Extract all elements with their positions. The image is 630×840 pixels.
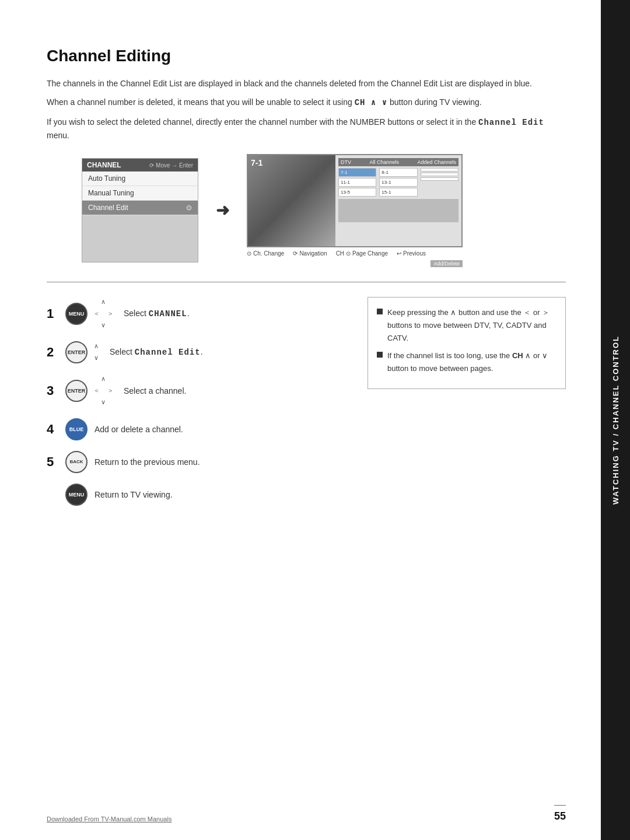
tv-ch-item xyxy=(421,173,459,176)
tv-control-navigation: ⟳ Navigation xyxy=(293,250,327,257)
nav-down-2[interactable]: ∨ xyxy=(90,353,103,363)
nav-up-3[interactable]: ∧ xyxy=(97,374,110,384)
menu-button-1[interactable]: MENU xyxy=(65,303,88,325)
step-2: 2 ENTER ∧ ∨ Select Channel Edit. xyxy=(47,341,350,363)
menu-item-auto-tuning: Auto Tuning xyxy=(82,172,198,186)
step-6: MENU Return to TV viewing. xyxy=(47,484,350,506)
tv-screen: 7-1 DTV All Channels Added Channels 7-1 xyxy=(247,154,463,247)
tip-2: If the channel list is too long, use the… xyxy=(377,349,556,375)
tv-ch-item: 11-1 xyxy=(338,178,376,187)
separator-line xyxy=(554,805,566,806)
menu-item-channel-edit: Channel Edit xyxy=(82,201,198,215)
steps-section: 1 MENU ∧ ＜ ＞ ∨ xyxy=(47,297,566,516)
nav-right-1[interactable]: ＞ xyxy=(104,309,117,319)
step-5-number: 5 xyxy=(47,454,58,470)
step-3-buttons: ENTER ∧ ＜ ＞ ∨ xyxy=(65,374,117,408)
blue-button-4[interactable]: BLUE xyxy=(65,418,88,440)
nav-cluster-2: ∧ ∨ xyxy=(90,341,103,363)
tv-ch-item: 7-1 xyxy=(338,168,376,177)
step-4-number: 4 xyxy=(47,422,58,437)
page-number: 55 xyxy=(554,810,566,822)
step-6-buttons: MENU xyxy=(65,484,88,506)
menu-item-manual-tuning: Manual Tuning xyxy=(82,186,198,201)
page-title: Channel Editing xyxy=(47,47,566,65)
step-6-text: Return to TV viewing. xyxy=(94,490,173,499)
tv-preview-label: 7-1 xyxy=(251,158,262,167)
intro-line1: The channels in the Channel Edit List ar… xyxy=(47,77,566,90)
bullet-icon-1 xyxy=(377,309,383,314)
tv-screen-area: 7-1 DTV All Channels Added Channels 7-1 xyxy=(247,154,463,267)
tip-1: Keep pressing the ∧ button and use the ＜… xyxy=(377,306,556,345)
nav-left-1[interactable]: ＜ xyxy=(90,309,103,319)
menu-title: CHANNEL xyxy=(87,161,121,169)
tv-screen-bottom xyxy=(338,199,459,222)
side-tab-text: WATCHING TV / CHANNEL CONTROL xyxy=(611,335,620,505)
steps-left: 1 MENU ∧ ＜ ＞ ∨ xyxy=(47,297,350,516)
step-1: 1 MENU ∧ ＜ ＞ ∨ xyxy=(47,297,350,331)
step-4: 4 BLUE Add or delete a channel. xyxy=(47,418,350,440)
step-1-buttons: MENU ∧ ＜ ＞ ∨ xyxy=(65,297,117,331)
step-2-number: 2 xyxy=(47,345,58,360)
step-5-buttons: BACK xyxy=(65,451,88,473)
tv-screen-inner: 7-1 DTV All Channels Added Channels 7-1 xyxy=(248,155,461,246)
nav-cluster-1: ∧ ＜ ＞ ∨ xyxy=(90,297,117,331)
menu-box: CHANNEL ⟳ Move → Enter Auto Tuning Manua… xyxy=(82,158,198,262)
tv-channel-header: DTV All Channels Added Channels xyxy=(338,158,459,166)
nav-lr-1: ＜ ＞ xyxy=(90,309,117,319)
step-2-buttons: ENTER ∧ ∨ xyxy=(65,341,103,363)
menu-header-controls: ⟳ Move → Enter xyxy=(149,162,193,169)
page-number-area: 55 xyxy=(554,805,566,822)
tv-ch-item xyxy=(421,177,459,181)
main-content: Channel Editing The channels in the Chan… xyxy=(0,0,601,840)
nav-up-1[interactable]: ∧ xyxy=(97,297,110,307)
tv-channel-rows: 7-1 11-1 13-5 8-1 13-1 15-1 xyxy=(338,168,459,197)
diagram-area: CHANNEL ⟳ Move → Enter Auto Tuning Manua… xyxy=(82,154,566,267)
nav-lr-3: ＜ ＞ xyxy=(90,386,117,396)
nav-down-1[interactable]: ∨ xyxy=(97,320,110,331)
tv-control-page-change: CH ⊙ Page Change xyxy=(336,250,388,257)
nav-left-3[interactable]: ＜ xyxy=(90,386,103,396)
menu-header: CHANNEL ⟳ Move → Enter xyxy=(82,159,198,172)
divider xyxy=(47,282,566,282)
step-3-text: Select a channel. xyxy=(124,386,186,396)
nav-arrows-1: ∧ ＜ ＞ ∨ xyxy=(90,297,117,331)
nav-down-3[interactable]: ∨ xyxy=(97,397,110,408)
step-3: 3 ENTER ∧ ＜ ＞ ∨ xyxy=(47,374,350,408)
tip-2-text: If the channel list is too long, use the… xyxy=(387,349,556,375)
nav-arrows-2: ∧ ∨ xyxy=(90,341,103,363)
back-button-5[interactable]: BACK xyxy=(65,451,88,473)
step-2-text: Select Channel Edit. xyxy=(110,347,203,357)
tips-box: Keep pressing the ∧ button and use the ＜… xyxy=(368,297,566,389)
tv-control-ch-change: ⊙ Ch. Change xyxy=(247,250,284,257)
step-1-number: 1 xyxy=(47,306,58,321)
tv-ch-item: 13-5 xyxy=(338,188,376,197)
side-tab: WATCHING TV / CHANNEL CONTROL xyxy=(601,0,630,840)
tv-preview: 7-1 xyxy=(248,155,335,246)
tip-1-text: Keep pressing the ∧ button and use the ＜… xyxy=(387,306,556,345)
step-5: 5 BACK Return to the previous menu. xyxy=(47,451,350,473)
add-delete-badge: Add/Delete xyxy=(430,260,463,267)
arrow-icon: ➜ xyxy=(216,201,229,220)
bullet-icon-2 xyxy=(377,352,383,358)
intro-line3: If you wish to select the deleted channe… xyxy=(47,116,566,142)
enter-button-2[interactable]: ENTER xyxy=(65,341,88,363)
nav-arrows-3: ∧ ＜ ＞ ∨ xyxy=(90,374,117,408)
tv-channel-col1: 7-1 11-1 13-5 xyxy=(338,168,376,197)
tv-ch-item: 8-1 xyxy=(379,168,417,177)
intro-line2: When a channel number is deleted, it mea… xyxy=(47,96,566,109)
bottom-bar: Downloaded From TV-Manual.com Manuals 55 xyxy=(47,805,566,822)
step-3-number: 3 xyxy=(47,383,58,398)
nav-up-2[interactable]: ∧ xyxy=(90,341,103,352)
footer-link[interactable]: Downloaded From TV-Manual.com Manuals xyxy=(47,816,172,822)
tv-channel-col2: 8-1 13-1 15-1 xyxy=(379,168,417,197)
step-4-text: Add or delete a channel. xyxy=(94,425,183,434)
tv-channel-col3 xyxy=(421,168,459,197)
nav-right-3[interactable]: ＞ xyxy=(104,386,117,396)
menu-button-6[interactable]: MENU xyxy=(65,484,88,506)
step-5-text: Return to the previous menu. xyxy=(94,457,200,467)
add-delete-area: Add/Delete xyxy=(247,258,463,267)
enter-button-3[interactable]: ENTER xyxy=(65,380,88,402)
tv-channel-list: DTV All Channels Added Channels 7-1 11-1… xyxy=(335,155,461,246)
step-4-buttons: BLUE xyxy=(65,418,88,440)
tv-ch-item xyxy=(421,168,459,172)
